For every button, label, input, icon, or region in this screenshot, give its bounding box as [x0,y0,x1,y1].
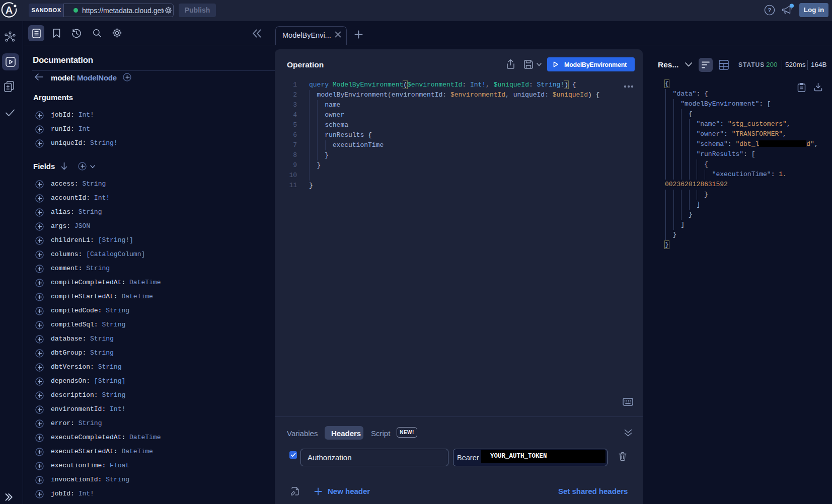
svg-text:?: ? [768,7,771,13]
svg-text:A: A [6,5,13,16]
